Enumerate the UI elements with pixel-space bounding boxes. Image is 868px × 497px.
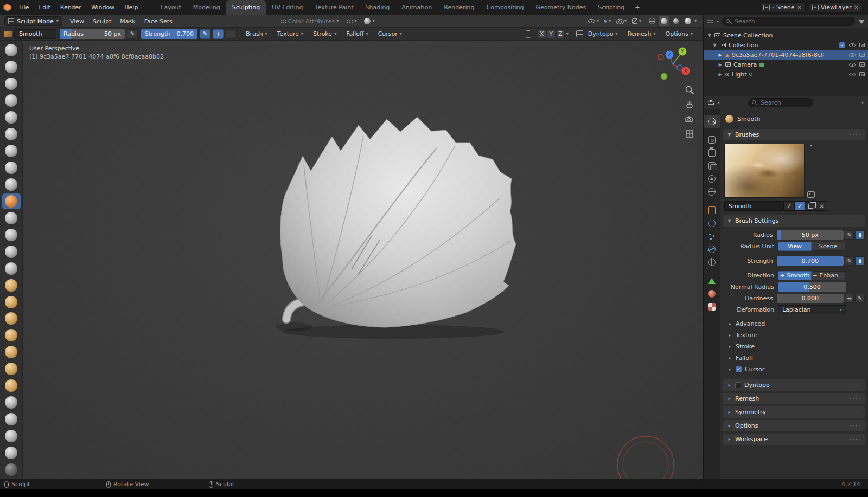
tab-layout[interactable]: Layout bbox=[155, 0, 187, 15]
expand-icon[interactable]: ▼ bbox=[707, 33, 712, 38]
tab-rendering[interactable]: Rendering bbox=[438, 0, 480, 15]
strength-pressure-button[interactable]: ✎ bbox=[200, 29, 210, 39]
brush-dropdown[interactable]: Brush ▾ bbox=[241, 30, 272, 37]
remesh-dropdown[interactable]: Remesh ▾ bbox=[622, 30, 660, 37]
image-icon[interactable] bbox=[807, 191, 815, 198]
navigation-gizmo[interactable]: Y Z X bbox=[654, 45, 693, 84]
properties-tab-object-data[interactable] bbox=[704, 274, 720, 287]
scene-collection-row[interactable]: ▼ Scene Collection bbox=[704, 30, 868, 40]
tab-animation[interactable]: Animation bbox=[395, 0, 438, 15]
tab-sculpting[interactable]: Sculpting bbox=[226, 0, 266, 15]
tool-pose-button[interactable] bbox=[2, 344, 21, 360]
tab-shading[interactable]: Shading bbox=[360, 0, 396, 15]
chevron-down-icon[interactable]: ▾ bbox=[810, 144, 812, 148]
falloff-shape-dropdown[interactable]: ▾ bbox=[346, 18, 356, 24]
properties-tab-world[interactable] bbox=[704, 185, 720, 198]
mirror-z-toggle[interactable]: Z bbox=[556, 29, 565, 38]
panel-drag-dots-icon[interactable]: ···· bbox=[850, 132, 861, 138]
dyntopo-dropdown[interactable]: Dyntopo ▾ bbox=[583, 30, 623, 37]
tool-thumb-button[interactable] bbox=[2, 327, 21, 343]
falloff-subpanel[interactable]: ▸ Falloff bbox=[727, 352, 865, 364]
tab-compositing[interactable]: Compositing bbox=[481, 0, 530, 15]
direction-enhance-button[interactable]: − Enhan... bbox=[812, 271, 845, 280]
axis-negative-x-icon[interactable] bbox=[658, 54, 663, 60]
tab-modeling[interactable]: Modeling bbox=[187, 0, 226, 15]
dyntopo-checkbox[interactable] bbox=[735, 382, 741, 388]
panel-divider[interactable] bbox=[703, 15, 704, 489]
panel-drag-dots-icon[interactable]: ···· bbox=[850, 218, 861, 224]
texture-subpanel[interactable]: ▸ Texture bbox=[727, 330, 865, 341]
tool-clay-button[interactable] bbox=[2, 76, 21, 92]
properties-tab-tool[interactable] bbox=[704, 115, 720, 128]
unified-radius-toggle[interactable]: ▮ bbox=[855, 230, 865, 240]
gizmos-dropdown[interactable]: ▾ bbox=[604, 19, 611, 23]
paint-mode-dropdown[interactable]: ▾ bbox=[364, 18, 374, 24]
tool-slide-relax-button[interactable] bbox=[2, 395, 21, 410]
stroke-subpanel[interactable]: ▸ Stroke bbox=[727, 341, 865, 352]
tool-pinch-button[interactable] bbox=[2, 261, 21, 276]
tab-scripting[interactable]: Scripting bbox=[592, 0, 630, 15]
disable-in-renders-icon[interactable] bbox=[859, 53, 865, 57]
properties-search-input[interactable] bbox=[748, 98, 813, 107]
advanced-subpanel[interactable]: ▸ Advanced bbox=[727, 318, 865, 330]
properties-tab-texture[interactable] bbox=[704, 300, 720, 313]
object-row-camera[interactable]: ▶ Camera bbox=[704, 60, 868, 69]
zoom-icon[interactable] bbox=[685, 85, 694, 95]
tool-elastic-deform-button[interactable] bbox=[2, 294, 21, 310]
menu-face-sets[interactable]: Face Sets bbox=[140, 18, 177, 25]
shading-rendered-icon[interactable] bbox=[682, 16, 693, 26]
scene-unlink-icon[interactable]: ✕ bbox=[796, 4, 802, 10]
options-panel[interactable]: ▸ Options ···· bbox=[723, 420, 865, 431]
toggle-perspective-grid-icon[interactable] bbox=[685, 129, 694, 139]
cursor-subpanel[interactable]: ▸ ✓ Cursor bbox=[727, 364, 865, 375]
tool-rotate-button[interactable] bbox=[2, 378, 21, 393]
brush-name-field[interactable]: Smooth bbox=[724, 201, 784, 211]
tab-uv-editing[interactable]: UV Editing bbox=[266, 0, 309, 15]
direction-smooth-button[interactable]: + Smooth bbox=[778, 271, 812, 280]
object-row-light[interactable]: ▶ Light bbox=[704, 69, 868, 79]
texture-dropdown[interactable]: Texture ▾ bbox=[272, 30, 308, 37]
unified-strength-toggle[interactable]: ▮ bbox=[855, 256, 865, 266]
visibility-dropdown[interactable]: ▾ bbox=[588, 19, 599, 23]
options-dropdown[interactable]: Options ▾ bbox=[661, 30, 698, 37]
properties-tab-view-layer[interactable] bbox=[704, 159, 720, 172]
radius-unit-view-button[interactable]: View bbox=[778, 242, 812, 251]
axis-z-icon[interactable]: Z bbox=[666, 51, 674, 59]
menu-file[interactable]: File bbox=[14, 0, 34, 15]
cursor-dropdown[interactable]: Cursor ▾ bbox=[373, 30, 407, 37]
expand-icon[interactable]: ▶ bbox=[718, 62, 723, 67]
sculpted-leaf-object[interactable] bbox=[255, 106, 548, 344]
hide-in-viewport-icon[interactable] bbox=[849, 53, 856, 57]
tab-texture-paint[interactable]: Texture Paint bbox=[309, 0, 360, 15]
tool-clay-strips-button[interactable] bbox=[2, 93, 21, 108]
normal-radius-slider[interactable]: 0.500 bbox=[778, 282, 846, 292]
unlink-brush-button[interactable]: × bbox=[816, 201, 827, 211]
proportional-edit-icon[interactable] bbox=[526, 30, 533, 38]
panel-drag-dots-icon[interactable]: ···· bbox=[850, 423, 861, 429]
strength-slider[interactable]: Strength 0.700 bbox=[141, 29, 197, 39]
tool-clay-thumb-button[interactable] bbox=[2, 109, 21, 125]
properties-tab-constraints[interactable] bbox=[704, 256, 720, 269]
camera-view-icon[interactable] bbox=[685, 114, 694, 124]
menu-help[interactable]: Help bbox=[119, 0, 143, 15]
radius-unit-scene-button[interactable]: Scene bbox=[812, 242, 845, 251]
panel-drag-dots-icon[interactable]: ···· bbox=[850, 436, 861, 442]
mirror-y-toggle[interactable]: Y bbox=[547, 29, 556, 38]
tool-mask-button[interactable] bbox=[2, 462, 21, 477]
falloff-dropdown[interactable]: Falloff ▾ bbox=[341, 30, 373, 37]
properties-tab-scene[interactable] bbox=[704, 172, 720, 185]
shading-solid-icon[interactable] bbox=[659, 16, 669, 26]
axis-negative-y-icon[interactable] bbox=[661, 73, 667, 80]
pan-hand-icon[interactable] bbox=[685, 100, 694, 109]
tool-draw-button[interactable] bbox=[2, 42, 21, 58]
tool-snake-hook-button[interactable] bbox=[2, 311, 21, 327]
symmetry-panel[interactable]: ▸ Symmetry ···· bbox=[723, 406, 865, 418]
duplicate-brush-button[interactable] bbox=[806, 201, 816, 211]
blender-logo-icon[interactable] bbox=[0, 0, 14, 15]
tool-nudge-button[interactable] bbox=[2, 361, 21, 377]
strength-pressure-button[interactable]: ✎ bbox=[845, 256, 854, 266]
workspace-panel[interactable]: ▸ Workspace ···· bbox=[723, 434, 865, 445]
cursor-checkbox[interactable]: ✓ bbox=[736, 366, 742, 372]
properties-tab-modifiers[interactable] bbox=[704, 217, 720, 230]
tool-simplify-button[interactable] bbox=[2, 445, 21, 461]
